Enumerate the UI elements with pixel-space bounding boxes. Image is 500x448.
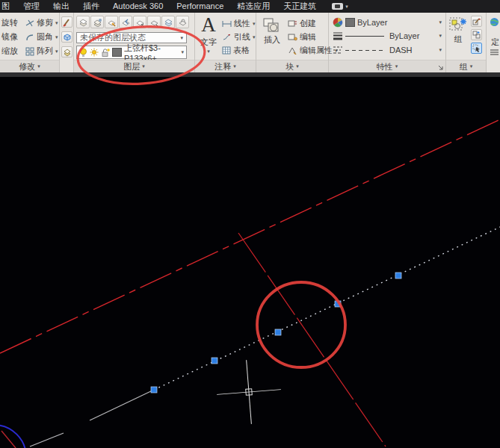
brush-icon <box>63 18 72 27</box>
menu-item-plugins[interactable]: 插件 <box>76 0 106 13</box>
grip[interactable] <box>151 387 157 393</box>
fillet-button[interactable]: 圆角▾ <box>25 31 58 43</box>
panel-launcher-icon[interactable] <box>438 65 443 70</box>
menu-item-view[interactable]: 图 <box>0 0 16 13</box>
rotate-button[interactable]: 旋转 <box>1 17 18 28</box>
menu-item-performance[interactable]: Performance <box>170 0 230 13</box>
layer-walk-button[interactable] <box>61 46 72 57</box>
menu-item-output[interactable]: 输出 <box>46 0 76 13</box>
panel-label-modify[interactable]: 修改▾ <box>0 60 59 72</box>
red-corner-line <box>1 431 16 448</box>
trim-icon <box>25 19 34 28</box>
layer-freeze-icon <box>164 18 173 27</box>
viewport-tool-button[interactable] <box>61 31 72 43</box>
layer-isolate-button[interactable] <box>133 16 146 28</box>
crosshair-cursor <box>214 358 283 426</box>
group-edit-icon <box>472 17 481 25</box>
edit-block-button[interactable]: 编辑 <box>288 31 316 43</box>
panel-label-annotate[interactable]: 注释▾ <box>195 60 256 72</box>
gray-line-segment[interactable] <box>90 390 154 420</box>
array-button[interactable]: 阵列▾ <box>25 46 58 57</box>
linear-dim-button[interactable]: 线性▾ <box>222 18 256 29</box>
layer-freeze-button[interactable] <box>161 16 175 28</box>
trim-button[interactable]: 修剪▾ <box>25 17 58 28</box>
mirror-button[interactable]: 镜像 <box>1 31 18 43</box>
layer-prev-button[interactable] <box>119 16 132 28</box>
layers-stack-icon <box>93 18 102 27</box>
leader-button[interactable]: 引线▾ <box>222 31 256 43</box>
selected-dotted-line[interactable] <box>154 227 500 390</box>
layer-previous-icon <box>121 18 131 27</box>
cube-icon <box>63 33 72 42</box>
menu-item-tangent-arch[interactable]: 天正建筑 <box>277 0 323 13</box>
panel-label-group[interactable]: 组▾ <box>446 60 486 72</box>
partial-panel-text: 定 <box>491 37 499 48</box>
sun-icon <box>90 48 99 57</box>
group-select-icon <box>472 44 481 52</box>
group-selection-toggle[interactable] <box>471 43 482 54</box>
match-properties-button[interactable] <box>61 16 72 28</box>
gray-line-segment[interactable] <box>30 433 64 447</box>
text-tool-button[interactable]: A 文字 ▾ <box>198 15 219 55</box>
scale-button[interactable]: 缩放 <box>1 46 18 57</box>
panel-block: 插入 创建 编辑 编辑属性▾ 块▾ <box>256 13 329 72</box>
insert-block-button[interactable]: 插入 <box>261 16 283 46</box>
layer-sheet-icon <box>63 48 72 57</box>
linetype-dropdown[interactable]: DASH▾ <box>333 46 442 55</box>
group-button[interactable]: 组 <box>448 16 468 45</box>
edit-block-icon <box>288 33 297 41</box>
red-centerline <box>0 119 500 353</box>
layer-properties-icon <box>78 18 88 27</box>
group-edit-button[interactable] <box>471 16 482 27</box>
menu-item-manage[interactable]: 管理 <box>16 0 46 13</box>
globe-icon <box>490 17 499 27</box>
text-icon: A <box>198 15 219 35</box>
panel-label-block[interactable]: 块▾ <box>256 60 328 72</box>
bulb-icon <box>79 48 87 57</box>
grip[interactable] <box>212 358 217 364</box>
table-button[interactable]: 表格 <box>222 45 250 56</box>
layer-combo[interactable]: 上弦杆$3-P133x6+ ▾ <box>76 46 187 59</box>
fillet-icon <box>25 33 34 42</box>
color-swatch <box>345 18 355 27</box>
lineweight-preview <box>345 36 384 37</box>
unlock-icon <box>101 48 110 57</box>
lineweight-dropdown[interactable]: ByLayer▾ <box>333 31 442 40</box>
panel-properties: ByLayer▾ ByLayer▾ DASH▾ 特性▾ <box>329 13 446 72</box>
menu-item-featured-apps[interactable]: 精选应用 <box>230 0 277 13</box>
ungroup-button[interactable] <box>471 29 482 40</box>
layer-unisolate-button[interactable] <box>147 16 161 28</box>
layer-match-icon <box>107 18 117 27</box>
layer-properties-button[interactable] <box>76 16 90 28</box>
menu-bar: 图 管理 输出 插件 Autodesk 360 Performance 精选应用… <box>0 0 500 13</box>
layer-off-button[interactable] <box>90 16 104 28</box>
edit-attributes-icon <box>288 46 297 55</box>
list-lines-icon <box>490 49 499 57</box>
object-color-dropdown[interactable]: ByLayer▾ <box>333 17 442 28</box>
linetype-preview <box>345 50 384 51</box>
array-icon <box>25 47 34 56</box>
panel-group: 组 组▾ <box>446 13 487 72</box>
linetype-icon <box>333 46 343 55</box>
layer-match-button[interactable] <box>105 16 118 28</box>
create-block-icon <box>288 19 297 28</box>
screen-capture-icon[interactable]: ▾ <box>332 3 348 10</box>
table-icon <box>222 46 231 55</box>
drawing-canvas[interactable] <box>0 77 500 448</box>
menu-item-autodesk360[interactable]: Autodesk 360 <box>106 0 170 13</box>
grip[interactable] <box>395 273 401 279</box>
grip[interactable] <box>275 329 281 335</box>
color-wheel-icon <box>333 17 343 28</box>
grip[interactable] <box>335 301 341 307</box>
leader-icon <box>222 33 232 41</box>
autocad-window: { "menu_bar": { "items": ["图", "管理", "输出… <box>0 0 500 448</box>
layer-color-swatch <box>112 48 122 57</box>
layer-isolate-icon <box>135 18 145 27</box>
red-diagonal-line <box>238 233 386 447</box>
cad-geometry <box>0 77 500 448</box>
panel-label-layers[interactable]: 图层▾ <box>74 60 194 72</box>
panel-label-properties[interactable]: 特性▾ <box>329 60 445 72</box>
layer-lock-button[interactable] <box>176 16 189 28</box>
create-block-button[interactable]: 创建 <box>288 18 316 29</box>
ungroup-icon <box>472 31 481 39</box>
